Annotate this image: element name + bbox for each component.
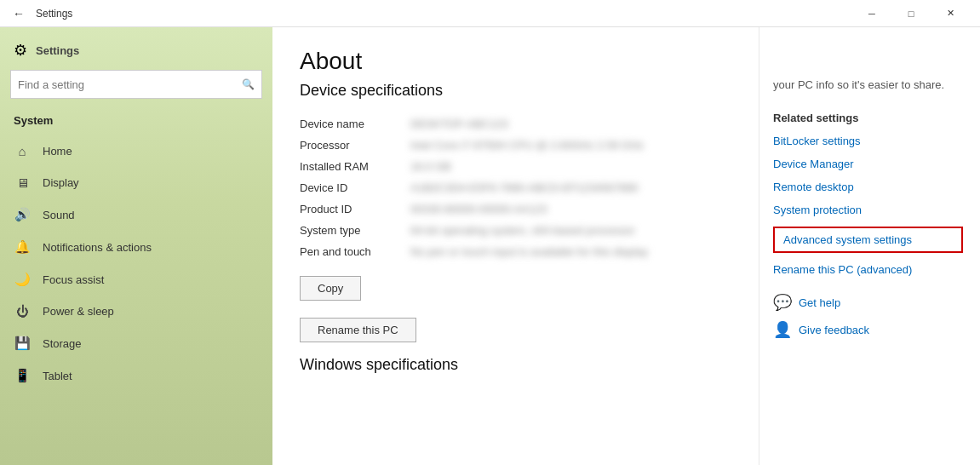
focus-icon: 🌙 [14,272,31,287]
spec-label-pen-touch: Pen and touch [300,245,410,258]
tablet-icon: 📱 [14,368,31,383]
remote-desktop-link[interactable]: Remote desktop [773,181,963,193]
sidebar: ⚙ Settings 🔍 System ⌂ Home 🖥 Display 🔊 S… [0,27,272,465]
home-icon: ⌂ [14,144,31,158]
spec-label-system-type: System type [300,224,410,237]
help-section: 💬 Get help 👤 Give feedback [773,293,963,339]
close-button[interactable]: ✕ [931,0,970,27]
sidebar-title: Settings [36,44,79,57]
sidebar-header: ⚙ Settings [0,27,272,66]
sidebar-item-home[interactable]: ⌂ Home [0,135,272,167]
spec-value-product-id: 00330-80000-00000-AA123 [410,203,547,215]
spec-label-product-id: Product ID [300,203,410,215]
sidebar-label-home: Home [43,145,259,158]
page-title: About [300,48,731,75]
storage-icon: 💾 [14,336,31,351]
get-help-item[interactable]: 💬 Get help [773,293,963,312]
titlebar-title: Settings [36,8,852,20]
spec-value-pen-touch: No pen or touch input is available for t… [410,245,648,258]
content-main: About Device specifications Device name … [272,27,759,465]
system-protection-link[interactable]: System protection [773,204,963,216]
sidebar-label-sound: Sound [43,209,259,221]
sidebar-label-power: Power & sleep [43,305,259,318]
spec-table: Device name DESKTOP-ABC123 Processor Int… [300,113,731,262]
bitlocker-link[interactable]: BitLocker settings [773,135,963,147]
spec-value-system-type: 64-bit operating system, x64-based proce… [410,224,635,237]
spec-value-ram: 16.0 GB [410,160,451,173]
notifications-icon: 🔔 [14,239,31,255]
action-buttons: Copy [300,276,731,301]
sidebar-label-focus: Focus assist [43,273,259,286]
sidebar-item-power[interactable]: ⏻ Power & sleep [0,296,272,327]
sidebar-label-tablet: Tablet [43,370,259,382]
rename-pc-button[interactable]: Rename this PC [300,318,416,342]
spec-value-processor: Intel Core i7-9750H CPU @ 2.60GHz 2.59 G… [410,139,644,152]
give-feedback-icon: 👤 [773,320,792,339]
spec-row-device-name: Device name DESKTOP-ABC123 [300,113,731,135]
rename-button-container: Rename this PC [300,318,731,342]
sidebar-item-sound[interactable]: 🔊 Sound [0,198,272,231]
back-button[interactable]: ← [10,5,27,22]
sidebar-item-display[interactable]: 🖥 Display [0,167,272,198]
search-input[interactable] [18,78,242,91]
search-box[interactable]: 🔍 [10,70,262,99]
right-panel-subtitle: your PC info so it's easier to share. [773,44,963,91]
spec-row-device-id: Device ID A1B2C3D4-E5F6-7890-ABCD-EF1234… [300,177,731,198]
give-feedback-link[interactable]: Give feedback [799,324,869,336]
spec-row-system-type: System type 64-bit operating system, x64… [300,220,731,241]
get-help-icon: 💬 [773,293,792,312]
copy-button[interactable]: Copy [300,276,361,301]
device-spec-title: Device specifications [300,82,731,100]
spec-row-pen-touch: Pen and touch No pen or touch input is a… [300,241,731,262]
spec-row-product-id: Product ID 00330-80000-00000-AA123 [300,198,731,220]
spec-row-ram: Installed RAM 16.0 GB [300,156,731,177]
spec-label-device-id: Device ID [300,181,410,194]
sidebar-item-focus[interactable]: 🌙 Focus assist [0,263,272,296]
spec-row-processor: Processor Intel Core i7-9750H CPU @ 2.60… [300,135,731,156]
maximize-button[interactable]: □ [891,0,931,27]
right-panel: your PC info so it's easier to share. Re… [759,27,980,465]
sidebar-item-tablet[interactable]: 📱 Tablet [0,359,272,392]
system-section-label: System [0,109,272,135]
main-layout: ⚙ Settings 🔍 System ⌂ Home 🖥 Display 🔊 S… [0,27,980,465]
spec-label-processor: Processor [300,139,410,152]
display-icon: 🖥 [14,175,31,190]
settings-logo-icon: ⚙ [14,41,27,60]
spec-value-device-id: A1B2C3D4-E5F6-7890-ABCD-EF1234567890 [410,181,638,194]
window-controls: ─ □ ✕ [852,0,970,27]
give-feedback-item[interactable]: 👤 Give feedback [773,320,963,339]
power-icon: ⏻ [14,304,31,319]
sidebar-item-storage[interactable]: 💾 Storage [0,327,272,359]
titlebar: ← Settings ─ □ ✕ [0,0,980,27]
sidebar-label-display: Display [43,176,259,189]
sidebar-label-notifications: Notifications & actions [43,241,259,254]
search-icon: 🔍 [242,78,255,90]
rename-advanced-link[interactable]: Rename this PC (advanced) [773,263,963,276]
spec-value-device-name: DESKTOP-ABC123 [410,118,508,130]
device-manager-link[interactable]: Device Manager [773,158,963,170]
spec-label-ram: Installed RAM [300,160,410,173]
content-area: About Device specifications Device name … [272,27,980,465]
sidebar-label-storage: Storage [43,337,259,350]
related-settings-title: Related settings [773,112,963,124]
sidebar-item-notifications[interactable]: 🔔 Notifications & actions [0,231,272,263]
sound-icon: 🔊 [14,207,31,222]
windows-spec-title: Windows specifications [300,356,731,374]
spec-label-device-name: Device name [300,118,410,130]
get-help-link[interactable]: Get help [799,296,840,309]
advanced-system-settings-link[interactable]: Advanced system settings [773,227,963,253]
minimize-button[interactable]: ─ [852,0,891,27]
